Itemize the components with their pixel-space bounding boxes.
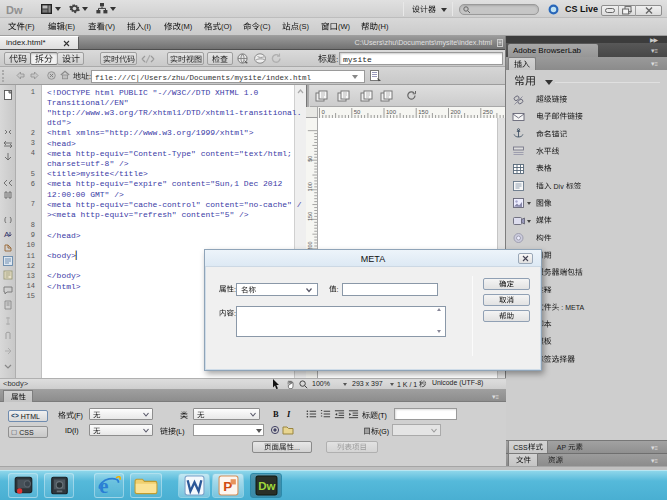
svg-text:100: 100 xyxy=(307,182,313,191)
svg-text:150: 150 xyxy=(307,212,313,221)
svg-text:A: A xyxy=(4,230,10,239)
svg-text:50: 50 xyxy=(307,156,313,162)
svg-text:250: 250 xyxy=(483,109,494,115)
svg-text:150: 150 xyxy=(418,109,429,115)
svg-text:200: 200 xyxy=(451,109,462,115)
svg-text:0: 0 xyxy=(322,109,326,115)
svg-text:100: 100 xyxy=(386,109,397,115)
svg-text:50: 50 xyxy=(354,109,361,115)
svg-text:Dw: Dw xyxy=(258,480,275,492)
